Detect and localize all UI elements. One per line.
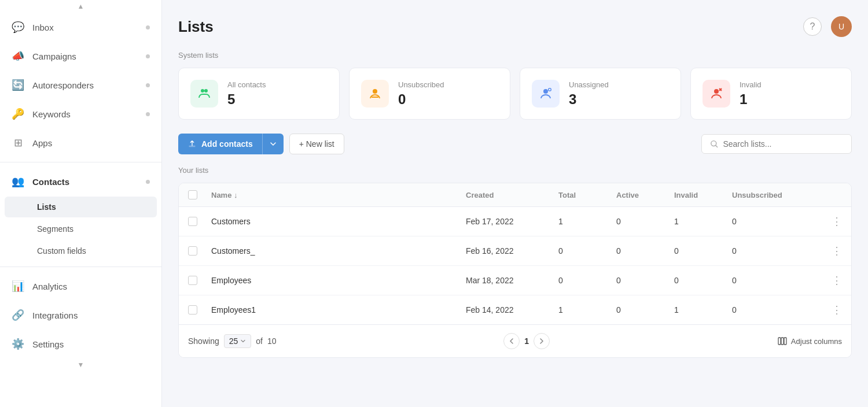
sidebar-item-contacts[interactable]: 👥 Contacts	[0, 167, 161, 196]
analytics-icon: 📊	[12, 280, 24, 293]
keywords-dot	[146, 112, 150, 116]
row-checkbox-cell	[188, 217, 211, 226]
per-page-select[interactable]: 25	[224, 334, 252, 348]
sidebar-item-label: Integrations	[32, 310, 78, 320]
sidebar-item-label: Settings	[32, 339, 64, 349]
sidebar-item-inbox[interactable]: 💬 Inbox	[0, 13, 161, 42]
sidebar-item-campaigns[interactable]: 📣 Campaigns	[0, 42, 161, 71]
integrations-icon: 🔗	[12, 309, 24, 321]
row-checkbox-cell	[188, 246, 211, 256]
select-all-checkbox[interactable]	[188, 190, 197, 199]
row-more-button-1[interactable]: ⋮	[813, 245, 842, 257]
header-name[interactable]: Name ↓	[211, 190, 466, 199]
sidebar-item-label: Keywords	[32, 109, 71, 119]
sidebar-item-label: Autoresponders	[32, 80, 94, 90]
header-active[interactable]: Active	[616, 190, 674, 199]
table-row: Customers Feb 17, 2022 1 0 1 0 ⋮	[179, 207, 851, 236]
row-checkbox-2[interactable]	[188, 276, 197, 285]
sidebar-item-analytics[interactable]: 📊 Analytics	[0, 272, 161, 301]
sidebar-item-autoresponders[interactable]: 🔄 Autoresponders	[0, 71, 161, 99]
row-active-3: 0	[616, 305, 674, 314]
search-input[interactable]	[723, 139, 843, 149]
invalid-label: Invalid	[740, 80, 762, 89]
row-name-2[interactable]: Employees	[211, 276, 466, 285]
invalid-count: 1	[740, 91, 762, 108]
header-total[interactable]: Total	[558, 190, 616, 199]
sidebar-item-keywords[interactable]: 🔑 Keywords	[0, 99, 161, 128]
header-unsubscribed[interactable]: Unsubscribed	[732, 190, 813, 199]
upload-icon	[187, 139, 197, 149]
inbox-dot	[146, 25, 150, 29]
campaigns-icon: 📣	[12, 50, 24, 62]
row-active-2: 0	[616, 276, 674, 285]
scroll-down-arrow[interactable]: ▼	[0, 358, 161, 371]
unsubscribed-info: Unsubscribed 0	[398, 80, 444, 108]
chevron-left-icon	[507, 337, 516, 345]
row-total-1: 0	[558, 246, 616, 256]
chevron-down-icon	[270, 140, 277, 147]
svg-rect-16	[784, 338, 786, 345]
current-page: 1	[524, 336, 529, 346]
system-card-unassigned[interactable]: Unassigned 3	[520, 68, 681, 120]
row-checkbox-1[interactable]	[188, 246, 197, 256]
system-card-invalid[interactable]: Invalid 1	[690, 68, 852, 120]
row-more-button-2[interactable]: ⋮	[813, 274, 842, 287]
row-name-0[interactable]: Customers	[211, 217, 466, 226]
search-icon	[710, 139, 718, 149]
next-page-button[interactable]	[534, 333, 550, 349]
row-more-button-0[interactable]: ⋮	[813, 215, 842, 228]
add-contacts-button[interactable]: Add contacts	[178, 134, 284, 154]
contacts-dot	[146, 180, 150, 184]
svg-rect-15	[781, 338, 784, 345]
row-checkbox-3[interactable]	[188, 305, 197, 314]
sidebar-divider-2	[0, 267, 161, 267]
avatar[interactable]: U	[831, 16, 852, 37]
all-contacts-count: 5	[227, 91, 266, 108]
row-unsubscribed-3: 0	[732, 305, 813, 314]
system-card-all-contacts[interactable]: All contacts 5	[178, 68, 340, 120]
sidebar-item-integrations[interactable]: 🔗 Integrations	[0, 301, 161, 330]
table-row: Employees Mar 18, 2022 0 0 0 0 ⋮	[179, 266, 851, 295]
apps-icon: ⊞	[12, 136, 24, 149]
sidebar-divider	[0, 162, 161, 162]
sidebar-item-label: Inbox	[32, 23, 54, 32]
svg-point-4	[543, 89, 548, 94]
header-actions	[813, 190, 842, 199]
table-header: Name ↓ Created Total Active Invalid Unsu…	[179, 183, 851, 207]
svg-point-0	[201, 89, 204, 92]
row-more-button-3[interactable]: ⋮	[813, 304, 842, 316]
unsubscribed-icon	[361, 80, 389, 108]
sidebar-sub-item-lists[interactable]: Lists	[5, 197, 157, 217]
adjust-columns-button[interactable]: Adjust columns	[777, 336, 842, 346]
all-contacts-info: All contacts 5	[227, 80, 266, 108]
row-name-3[interactable]: Employees1	[211, 305, 466, 314]
row-name-1[interactable]: Customers_	[211, 246, 466, 256]
sidebar: ▲ 💬 Inbox 📣 Campaigns 🔄 Autoresponders 🔑…	[0, 0, 162, 407]
row-total-3: 1	[558, 305, 616, 314]
sidebar-item-label: Analytics	[32, 282, 67, 291]
add-contacts-dropdown-arrow[interactable]	[263, 135, 284, 153]
autoresponders-dot	[146, 83, 150, 87]
table-body: Customers Feb 17, 2022 1 0 1 0 ⋮ Custome…	[179, 207, 851, 324]
header-invalid[interactable]: Invalid	[674, 190, 732, 199]
new-list-button[interactable]: + New list	[289, 134, 344, 154]
scroll-up-arrow[interactable]: ▲	[0, 0, 161, 13]
sidebar-item-settings[interactable]: ⚙️ Settings	[0, 330, 161, 358]
sidebar-sub-item-segments[interactable]: Segments	[5, 219, 157, 239]
row-checkbox-0[interactable]	[188, 217, 197, 226]
header-created[interactable]: Created	[466, 190, 558, 199]
help-icon[interactable]: ?	[803, 17, 822, 36]
system-card-unsubscribed[interactable]: Unsubscribed 0	[349, 68, 510, 120]
invalid-info: Invalid 1	[740, 80, 762, 108]
add-contacts-main: Add contacts	[178, 134, 263, 154]
sidebar-item-apps[interactable]: ⊞ Apps	[0, 128, 161, 157]
svg-point-2	[373, 89, 377, 94]
prev-page-button[interactable]	[503, 333, 520, 349]
contacts-icon: 👥	[12, 175, 24, 188]
row-unsubscribed-2: 0	[732, 276, 813, 285]
row-active-0: 0	[616, 217, 674, 226]
pagination: Showing 25 of 10 1	[179, 324, 851, 357]
unassigned-info: Unassigned 3	[569, 80, 609, 108]
sidebar-sub-item-custom-fields[interactable]: Custom fields	[5, 240, 157, 261]
search-box[interactable]	[701, 134, 852, 154]
